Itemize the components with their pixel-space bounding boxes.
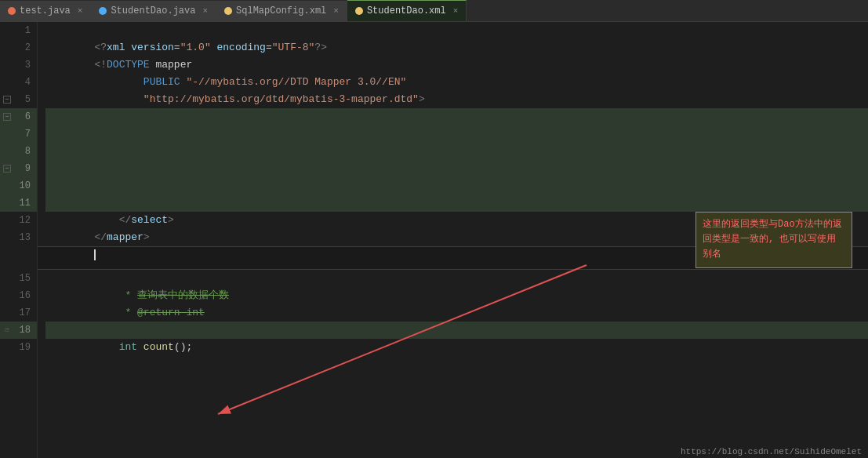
line-num-4: 4	[0, 74, 37, 91]
fold-icon-5[interactable]: −	[3, 96, 11, 104]
line-num-10: 10	[0, 177, 37, 194]
tab-studentdao-xml[interactable]: StudentDao.xml ×	[347, 0, 467, 21]
line-num-15: 15	[0, 270, 37, 287]
fold-icon-18[interactable]: ⊡	[3, 326, 11, 334]
fold-icon-9[interactable]: −	[3, 165, 11, 173]
java-icon	[99, 7, 107, 15]
close-icon[interactable]: ×	[202, 6, 208, 16]
tab-test-java[interactable]: test.java ×	[0, 1, 91, 21]
line-num-8: 8	[0, 143, 37, 160]
code-line-3: PUBLIC "-//mybatis.org//DTD Mapper 3.0//…	[45, 56, 868, 74]
line-num-gap	[0, 246, 37, 270]
line-num-19: 19	[0, 339, 37, 356]
code-line-6: <select id="findAll" resultType="com.bin…	[45, 108, 868, 125]
code-line-2: <!DOCTYPE mapper	[45, 39, 868, 56]
code-line-1: <?xml version="1.0" encoding="UTF-8"?>	[45, 22, 868, 39]
tab-sqlmapconfig-xml[interactable]: SqlMapConfig.xml ×	[216, 1, 347, 21]
annotation-text: 这里的返回类型与Dao方法中的返回类型是一致的, 也可以写使用别名	[703, 219, 842, 260]
tab-label: StudentDao.java	[111, 5, 195, 16]
tab-label: test.java	[20, 5, 71, 16]
editor-body: 1 2 3 4 − 5 − 6 7 8 − 9 10 11 12 13	[0, 22, 868, 458]
code-line-5: <mapper namespace="com.bin.dao.StudentDa…	[45, 91, 868, 108]
line-num-17: 17	[0, 304, 37, 322]
code-line-11: </select>	[45, 194, 868, 212]
line-num-13: 13	[0, 229, 37, 246]
line-num-2: 2	[0, 39, 37, 56]
tab-bar: test.java × StudentDao.java × SqlMapConf…	[0, 0, 868, 22]
line-num-3: 3	[0, 56, 37, 74]
code-line-9: <select id="count" resultType="java.lang…	[45, 160, 868, 177]
xml-icon	[224, 7, 232, 15]
code-line-17: */	[45, 304, 868, 322]
tab-studentdao-java[interactable]: StudentDao.java ×	[91, 1, 216, 21]
close-icon[interactable]: ×	[78, 6, 83, 16]
status-bar: https://blog.csdn.net/SuihideOmelet	[674, 445, 868, 458]
code-content: 这里的返回类型与Dao方法中的返回类型是一致的, 也可以写使用别名 <?xml …	[38, 22, 868, 458]
cursor	[94, 249, 96, 260]
tab-label: SqlMapConfig.xml	[236, 5, 326, 16]
java-icon	[8, 7, 16, 15]
close-icon[interactable]: ×	[453, 6, 459, 16]
line-num-1: 1	[0, 22, 37, 39]
code-line-18: int count();	[45, 322, 868, 339]
line-num-12: 12	[0, 212, 37, 229]
code-line-4: "http://mybatis.org/dtd/mybatis-3-mapper…	[45, 74, 868, 91]
close-icon[interactable]: ×	[333, 6, 339, 16]
code-line-19	[45, 339, 868, 356]
line-num-16: 16	[0, 287, 37, 304]
blog-url: https://blog.csdn.net/SuihideOmelet	[681, 447, 862, 456]
xml-icon	[355, 7, 363, 15]
code-line-15: * 查询表中的数据个数	[45, 270, 868, 287]
fold-icon-6[interactable]: −	[3, 113, 11, 121]
line-num-6: − 6	[0, 108, 37, 125]
line-gutter: 1 2 3 4 − 5 − 6 7 8 − 9 10 11 12 13	[0, 22, 38, 458]
code-line-8: </select>	[45, 143, 868, 160]
line-num-9: − 9	[0, 160, 37, 177]
line-num-7: 7	[0, 125, 37, 143]
line-num-18: ⊡ 18	[0, 322, 37, 339]
tab-label: StudentDao.xml	[367, 5, 446, 16]
code-line-16: * @return int	[45, 287, 868, 304]
line-num-11: 11	[0, 194, 37, 212]
editor-window: test.java × StudentDao.java × SqlMapConf…	[0, 0, 868, 458]
annotation-box: 这里的返回类型与Dao方法中的返回类型是一致的, 也可以写使用别名	[695, 212, 852, 268]
code-line-7: select * from Student	[45, 125, 868, 143]
code-line-10: select count(*) from Student	[45, 177, 868, 194]
line-num-5: − 5	[0, 91, 37, 108]
